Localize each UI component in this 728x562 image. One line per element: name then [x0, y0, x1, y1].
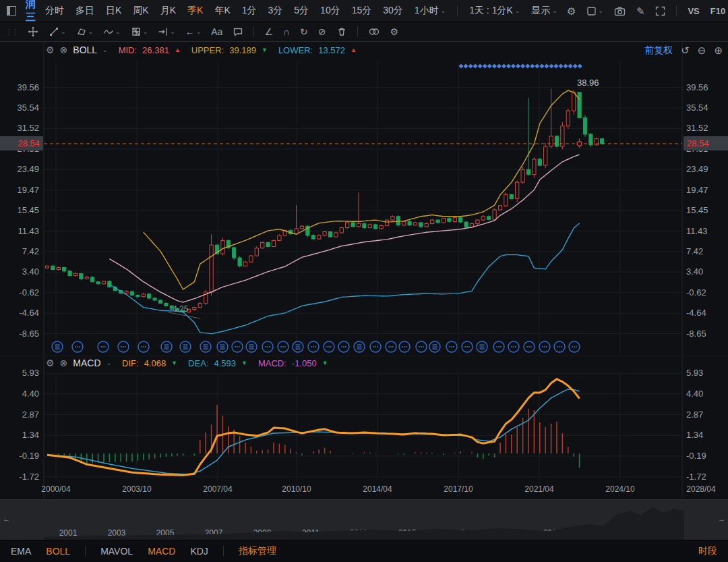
macd-settings-icon[interactable]: ⚙ [46, 358, 55, 368]
gann-tool-icon[interactable]: ⌄ [131, 26, 148, 37]
priceline-tool-icon[interactable]: ⌄ [158, 26, 175, 37]
boll-close-icon[interactable]: ⊗ [60, 45, 68, 55]
current-price-line [44, 142, 682, 318]
down-triangle-icon: ▼ [241, 360, 247, 366]
timeframe-8[interactable]: 3分 [268, 5, 283, 17]
boll-name[interactable]: BOLL [73, 45, 97, 55]
macd-tick-label: 1.34 [686, 430, 727, 440]
price-adjust-toggle[interactable]: 前复权 [644, 45, 673, 57]
macd-name[interactable]: MACD [73, 358, 100, 368]
timeframe-15[interactable]: 1天 : 1分K⌄ [469, 5, 520, 17]
up-triangle-icon: ▲ [351, 47, 357, 53]
toolbar-divider [457, 5, 458, 16]
date-tick-label: 2021/04 [524, 484, 553, 494]
price-tick-label: 11.43 [686, 226, 727, 236]
timeframe-2[interactable]: 日K [106, 5, 121, 17]
tab-timespan[interactable]: 时段 [698, 545, 717, 557]
tab-4[interactable]: MACD [148, 546, 175, 557]
trendline-tool-icon[interactable]: ⌄ [49, 26, 66, 37]
delete-drawings-tool-icon[interactable] [336, 26, 347, 37]
event-icons-row[interactable] [52, 341, 580, 352]
fullscreen-icon[interactable] [655, 6, 665, 16]
macd-histogram [53, 405, 579, 468]
last-price-marker [577, 142, 582, 146]
chevron-down-icon: ⌄ [196, 28, 202, 35]
macd-tick-label: 5.93 [686, 368, 727, 378]
macd-lines [47, 379, 580, 476]
macd-value: -1.050 [292, 358, 317, 368]
chart-settings-icon[interactable]: ⚙ [567, 6, 576, 16]
draw-icon[interactable]: ✎ [636, 6, 645, 16]
tab-1[interactable]: BOLL [46, 546, 70, 557]
chevron-down-icon: ⌄ [115, 28, 121, 35]
price-tick-label: 3.40 [686, 266, 727, 277]
macd-tick-label: 2.87 [686, 410, 727, 420]
timeframe-1[interactable]: 多日 [75, 5, 94, 17]
chevron-down-icon: ⌄ [170, 28, 175, 35]
price-tick-label: -8.65 [686, 329, 727, 339]
tab-7[interactable]: 指标管理 [239, 545, 276, 557]
macd-value-label: MACD: [258, 358, 286, 368]
dea-label: DEA: [188, 358, 208, 368]
timeframe-3[interactable]: 周K [133, 5, 148, 17]
chevron-down-icon[interactable]: ⌄ [107, 360, 112, 366]
hide-drawings-tool-icon[interactable]: ⊘ [318, 26, 326, 37]
wave-tool-icon[interactable]: ⌄ [103, 26, 121, 37]
macd-indicator-header: ⚙ ⊗ MACD ⌄ DIF: 4.068 ▼ DEA: 4.593 ▼ MAC… [46, 358, 328, 368]
text-tool-icon[interactable]: Aa [211, 26, 222, 37]
chart-type-icon[interactable]: ⌄ [586, 6, 603, 16]
screenshot-icon[interactable] [614, 6, 626, 16]
timeframe-0[interactable]: 分时 [45, 5, 64, 17]
zoom-out-icon[interactable]: ⊖ [698, 45, 706, 57]
zoom-in-icon[interactable]: ⊕ [714, 45, 723, 57]
magnet-tool-icon[interactable]: ∩ [283, 26, 290, 37]
dif-value: 4.068 [144, 358, 166, 368]
drawing-settings-tool-icon[interactable]: ⚙ [390, 26, 399, 37]
boll-settings-icon[interactable]: ⚙ [46, 45, 55, 55]
timeframe-9[interactable]: 5分 [294, 5, 309, 17]
price-tick-label: -4.64 [686, 308, 727, 318]
tab-divider [85, 546, 86, 557]
timeframe-13[interactable]: 1小时⌄ [415, 5, 446, 17]
tab-3[interactable]: MAVOL [100, 546, 133, 557]
chevron-down-icon[interactable]: ⌄ [102, 47, 108, 53]
chart-canvas[interactable] [0, 0, 728, 562]
toolbar-divider [357, 26, 358, 37]
vs-compare-button[interactable]: VS [688, 6, 699, 16]
macd-close-icon[interactable]: ⊗ [60, 358, 68, 368]
candles-layer [45, 89, 603, 313]
price-tick-label: 7.42 [686, 246, 727, 256]
note-tool-icon[interactable] [233, 26, 243, 37]
band-low-label: -4.25 [170, 304, 188, 314]
timeframe-16[interactable]: 显示⌄ [531, 5, 557, 17]
price-tick-label: 23.49 [686, 164, 727, 174]
f10-info-button[interactable]: F10 [710, 6, 725, 16]
timeframe-12[interactable]: 30分 [383, 5, 403, 17]
macd-tick-label: -0.19 [0, 451, 39, 461]
compare-tool-icon[interactable] [368, 26, 380, 37]
date-tick-label: 2007/04 [203, 484, 232, 494]
timeframe-5[interactable]: 季K [187, 5, 203, 17]
timeframe-11[interactable]: 15分 [352, 5, 372, 17]
date-tick-label: 2003/10 [122, 484, 151, 494]
replay-tool-icon[interactable]: ↻ [300, 26, 308, 37]
boll-upper-value: 39.189 [229, 45, 256, 55]
timeframe-7[interactable]: 1分 [242, 5, 257, 17]
toolbar-grip-icon[interactable]: ⋮⋮ [5, 28, 18, 36]
chevron-down-icon: ⌄ [143, 28, 148, 35]
shape-tool-icon[interactable]: ⌄ [76, 26, 94, 37]
timeframe-4[interactable]: 月K [160, 5, 176, 17]
arrow-tool-icon[interactable]: ←⌄ [185, 26, 202, 37]
timeframe-6[interactable]: 年K [214, 5, 230, 17]
window-layout-icon[interactable] [7, 6, 16, 16]
move-tool-icon[interactable] [28, 26, 38, 37]
undo-icon[interactable]: ↺ [681, 45, 690, 57]
timeframe-10[interactable]: 10分 [320, 5, 340, 17]
price-tick-label: 31.52 [686, 123, 727, 133]
tab-5[interactable]: KDJ [190, 546, 208, 557]
angle-tool-icon[interactable]: ∠ [264, 26, 273, 37]
tab-0[interactable]: EMA [11, 546, 31, 557]
macd-tick-label: 2.87 [0, 410, 39, 420]
price-tick-label: 39.56 [686, 82, 727, 92]
price-tick-label: 35.54 [686, 103, 727, 113]
